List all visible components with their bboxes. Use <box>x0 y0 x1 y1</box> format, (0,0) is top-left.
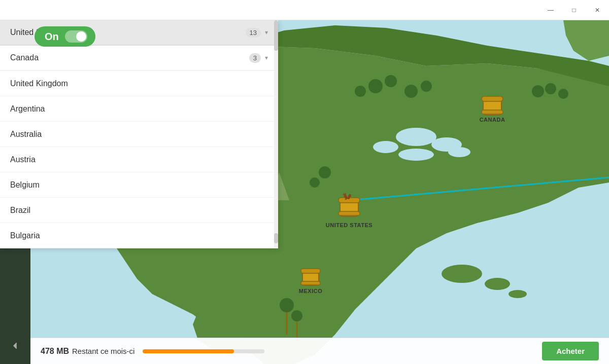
country-name: United Kingdom <box>10 79 68 88</box>
svg-text:MEXICO: MEXICO <box>299 288 322 294</box>
svg-point-26 <box>421 81 432 92</box>
scrollbar-thumb[interactable] <box>274 20 278 51</box>
vpn-toggle[interactable]: On <box>35 26 95 47</box>
data-progress-bar <box>143 349 264 353</box>
svg-point-48 <box>545 83 556 94</box>
country-name: Brazil <box>10 206 30 215</box>
svg-point-16 <box>485 278 510 290</box>
data-label: Restant ce mois-ci <box>72 347 134 355</box>
scrollbar-track[interactable] <box>274 20 278 248</box>
country-item-united-kingdom[interactable]: United Kingdom <box>0 71 278 96</box>
svg-point-47 <box>532 85 544 97</box>
collapse-icon[interactable] <box>5 336 25 356</box>
server-count: 3 <box>249 53 261 63</box>
svg-point-14 <box>448 147 470 157</box>
country-list: United States 13 ▾ Canada 3 ▾ United Kin… <box>0 20 278 248</box>
country-name: Australia <box>10 130 42 139</box>
titlebar: — □ ✕ <box>0 0 609 20</box>
country-name: Bulgaria <box>10 231 40 240</box>
country-item-austria[interactable]: Austria <box>0 147 278 172</box>
toggle-label: On <box>45 31 59 43</box>
svg-rect-40 <box>301 269 320 273</box>
svg-rect-37 <box>482 110 503 114</box>
country-item-bulgaria[interactable]: Bulgaria <box>0 223 278 248</box>
bottom-bar: 478 MB Restant ce mois-ci Acheter <box>30 338 609 364</box>
close-button[interactable]: ✕ <box>586 0 609 20</box>
toggle-track <box>65 30 87 43</box>
svg-point-23 <box>385 75 397 87</box>
svg-text:CANADA: CANADA <box>480 117 505 123</box>
svg-point-13 <box>398 149 434 161</box>
country-item-argentina[interactable]: Argentina <box>0 96 278 122</box>
country-name: Belgium <box>10 180 40 190</box>
svg-point-24 <box>355 86 366 97</box>
chevron-icon: ▾ <box>265 54 268 61</box>
country-item-belgium[interactable]: Belgium <box>0 172 278 198</box>
data-progress-fill <box>143 349 234 353</box>
svg-text:UNITED STATES: UNITED STATES <box>326 222 373 228</box>
toggle-circle <box>76 31 86 42</box>
svg-text:🐿: 🐿 <box>343 192 352 202</box>
svg-rect-32 <box>339 211 360 215</box>
country-item-canada[interactable]: Canada 3 ▾ <box>0 46 278 71</box>
svg-point-46 <box>291 310 302 321</box>
chevron-icon: ▾ <box>265 29 268 36</box>
svg-point-27 <box>319 166 331 178</box>
server-count: 13 <box>246 28 261 38</box>
country-name: Austria <box>10 155 36 164</box>
svg-point-10 <box>396 128 436 146</box>
svg-point-25 <box>404 85 418 98</box>
country-item-australia[interactable]: Australia <box>0 122 278 147</box>
svg-point-15 <box>442 265 482 283</box>
svg-point-28 <box>310 177 320 188</box>
svg-point-22 <box>368 79 383 93</box>
data-amount: 478 MB <box>41 347 69 356</box>
svg-point-49 <box>558 89 568 99</box>
svg-rect-41 <box>301 281 320 285</box>
scrollbar-thumb-bottom[interactable] <box>274 233 278 243</box>
country-item-brazil[interactable]: Brazil <box>0 198 278 223</box>
maximize-button[interactable]: □ <box>562 0 586 20</box>
svg-rect-36 <box>482 96 503 101</box>
buy-button[interactable]: Acheter <box>542 342 599 360</box>
svg-point-17 <box>509 290 527 298</box>
country-name: Canada <box>10 53 39 62</box>
svg-point-12 <box>373 141 398 153</box>
svg-point-44 <box>280 298 294 312</box>
country-name: Argentina <box>10 104 45 114</box>
minimize-button[interactable]: — <box>539 0 562 20</box>
